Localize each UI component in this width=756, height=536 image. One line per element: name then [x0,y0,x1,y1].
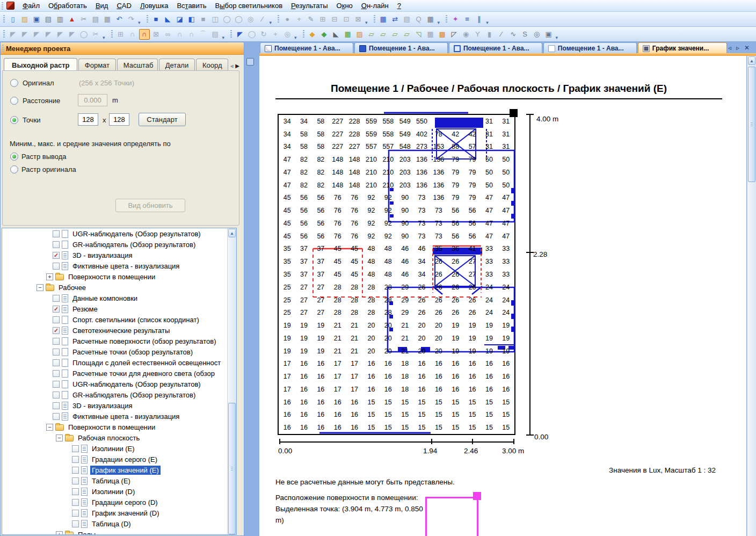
toolbar-grip[interactable] [278,15,279,24]
item-checkbox[interactable] [72,520,79,527]
radio-raster-output[interactable] [10,153,18,161]
tree-item-label[interactable]: Светотехнические результаты [71,326,171,335]
paste-icon[interactable]: ▦ [102,14,113,25]
luminaire-list-icon[interactable]: ▤ [210,29,221,40]
tree-item[interactable]: Расчетные точки (обзор результатов) [2,346,236,357]
luminaire-grid-export-icon[interactable]: ⊞ [317,14,328,25]
camera-icon[interactable]: ◣ [331,29,341,40]
document-tab-5[interactable]: График значени... [638,42,727,54]
tree-item[interactable]: Фиктивные цвета - визуализация [2,411,236,422]
toolbar-grip[interactable] [2,2,3,10]
tree-item[interactable]: UGR-наблюдатель (Обзор результатов) [2,379,236,389]
polygon-cut-icon[interactable]: ◹ [413,29,424,40]
tab-scroll-left-icon[interactable]: ◃ [229,63,234,69]
select-region-icon[interactable]: ◤ [55,29,66,40]
menu-cad[interactable]: CAD [112,1,135,11]
luminaire-dxf-export-icon[interactable]: ⊠ [353,14,364,25]
tree-item[interactable]: Поверхности в помещении [2,271,236,282]
tree-item-label[interactable]: График значений (D) [90,509,161,518]
document-scrollbar-thumb[interactable] [748,67,755,182]
pointer-icon[interactable]: ◤ [235,29,245,40]
select-lasso-icon[interactable]: ◯ [78,29,89,40]
output-document-icon[interactable]: ▤ [402,14,412,25]
new-document-icon[interactable]: ▯ [8,14,18,25]
tree-item[interactable]: Поверхности в помещении [2,422,236,432]
item-checkbox[interactable] [53,295,60,302]
print-icon[interactable]: ▤ [43,14,54,25]
tree-item-label[interactable]: График значений (E) [90,466,161,475]
scroll-up-icon[interactable] [748,56,755,65]
item-checkbox[interactable] [72,499,79,506]
document-tab-4[interactable]: Помещение 1 - Ава... [543,42,637,54]
tree-item[interactable]: UGR-наблюдатель (Обзор результатов) [2,228,236,239]
tree-scrollbar-thumb[interactable] [228,403,236,534]
tree-item-label[interactable]: Таблица (D) [90,519,133,528]
menu-файл[interactable]: Файл [18,1,44,11]
menu--[interactable]: ? [393,1,405,11]
pen-icon[interactable]: ✎ [306,14,316,25]
tab-prev-icon[interactable]: ◃ [728,44,731,52]
item-checkbox[interactable] [72,467,79,474]
item-checkbox[interactable] [53,413,60,420]
tree-item-label[interactable]: UGR-наблюдатель (Обзор результатов) [71,229,202,238]
select-object-icon[interactable]: ◤ [67,29,77,40]
item-checkbox[interactable] [72,510,79,517]
tree-item[interactable]: Рабочая плоскость [2,432,236,443]
toolbar-grip[interactable] [111,30,113,39]
menu-окно[interactable]: Окно [332,1,357,11]
luminaire-line-export-icon[interactable]: ⊟ [329,14,340,25]
tree-item[interactable]: Полы [2,529,236,535]
scroll-up-icon[interactable] [228,229,236,237]
item-checkbox[interactable] [53,263,60,270]
tree-item-label[interactable]: Поверхности в помещении [67,423,157,432]
item-checkbox[interactable] [53,338,60,345]
luminaire-single-icon[interactable]: ∩ [127,29,138,40]
tree-item[interactable]: Спорт. светильники (список координат) [2,314,236,325]
scene-icon[interactable]: ◆ [319,29,330,40]
toolbar-overflow-icon[interactable]: ▾ [270,20,272,26]
tree-item[interactable]: Таблица (E) [2,475,236,486]
radio-distance[interactable] [10,97,18,105]
tree-item[interactable]: GR-наблюдатель (Обзор результатов) [2,239,236,250]
toolbar-grip[interactable] [230,30,232,39]
tree-item-label[interactable]: Расчетные точки для дневного света (обзо… [71,369,216,378]
calculator-icon[interactable]: ▦ [378,14,389,25]
document-tab-1[interactable]: Помещение 1 - Ава... [260,42,353,54]
org-chart-icon[interactable]: Y [473,29,483,40]
texture-icon[interactable]: ▩ [437,29,448,40]
select-scene-icon[interactable]: ◤ [31,29,42,40]
toolbar-overflow-icon[interactable]: ▾ [365,20,368,26]
false-colors-icon[interactable]: ✦ [450,14,461,25]
polygon-edit-icon[interactable]: ▱ [402,29,412,40]
tree-item-label[interactable]: Поверхности в помещении [67,272,157,281]
project-folder-icon[interactable]: ▨ [354,29,365,40]
zoom-fit-icon[interactable]: ◎ [245,14,256,25]
luminaire-row-icon[interactable]: ∩ [175,29,185,40]
menu-обработать[interactable]: Обработать [44,1,91,11]
tree-item-label[interactable]: Изолинии (D) [90,487,136,496]
tree-item-label[interactable]: Таблица (E) [90,476,132,486]
measure-point-icon[interactable]: + [294,14,304,25]
toolbar-grip[interactable] [3,30,5,39]
item-checkbox[interactable] [72,456,79,463]
corner-tool-icon[interactable]: ◸ [449,29,460,40]
toolbar-grip[interactable] [147,15,148,24]
expand-icon[interactable] [56,531,63,535]
splitter-handle[interactable] [246,58,254,66]
toolbar-overflow-icon[interactable]: ▾ [486,20,489,26]
tree-item-label[interactable]: 3D - визуализация [71,401,134,410]
zoom-in-icon[interactable]: ◯ [222,14,232,25]
menu-выбор-светильников[interactable]: Выбор светильников [211,1,287,11]
search-icon[interactable]: Q [413,14,424,25]
tree-item-label[interactable]: Расчетные поверхности (обзор результатов… [71,337,217,346]
zoom-out-icon[interactable]: ◯ [234,14,244,25]
tree-item-label[interactable]: Рабочее [57,283,88,292]
item-checkbox[interactable] [53,370,60,377]
panel-tab-коорд[interactable]: Коорд [196,59,228,71]
toolbar-grip[interactable] [446,15,447,24]
document-scrollbar[interactable] [746,56,756,536]
tree-item[interactable]: GR-наблюдатель (Обзор результатов) [2,389,236,400]
distance-input[interactable] [78,94,107,106]
collapse-icon[interactable] [37,284,43,291]
item-checkbox[interactable] [53,402,60,409]
